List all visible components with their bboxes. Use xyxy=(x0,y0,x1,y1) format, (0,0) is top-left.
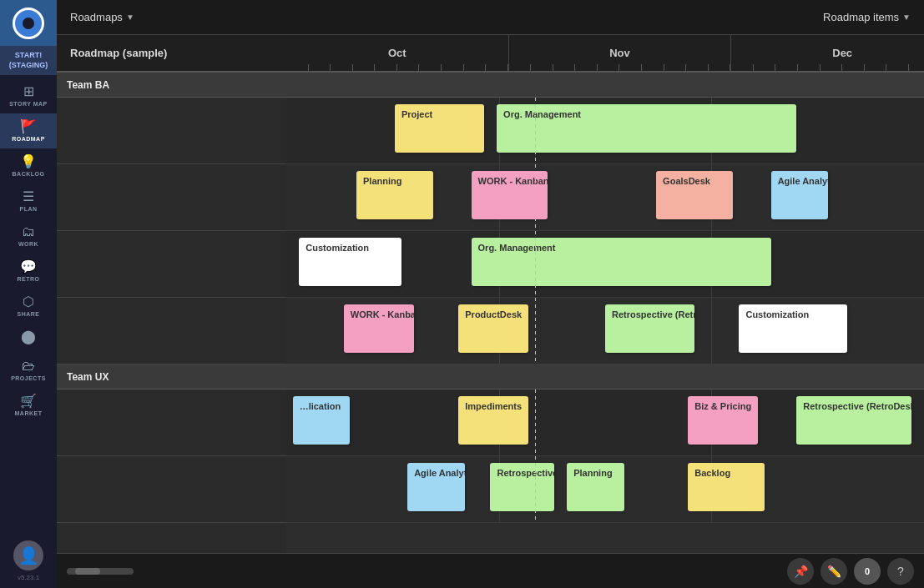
story-map-icon: ⊞ xyxy=(23,85,34,98)
roadmap-items-dropdown[interactable]: Roadmap items ▼ xyxy=(823,11,911,23)
main-content: Roadmaps ▼ Roadmap items ▼ Roadmap (samp… xyxy=(57,0,924,588)
team-section-team-ux: …licationImpedimentsBiz & PricingRetrosp… xyxy=(286,364,924,523)
month-col-nov: Nov xyxy=(509,35,732,71)
card-d1[interactable]: …lication xyxy=(293,396,351,445)
roadmaps-label: Roadmaps xyxy=(70,11,123,23)
month-col-oct: Oct xyxy=(286,35,509,71)
card-c11[interactable]: Retrospective (RetroDes… xyxy=(605,304,694,353)
card-c2[interactable]: Org. Management xyxy=(497,104,796,153)
card-c4[interactable]: WORK - Kanban xyxy=(472,171,548,219)
backlog-icon: 💡 xyxy=(20,155,37,168)
sidebar-nav: ⊞ STORY MAP🚩 ROADMAP💡 BACKLOG☰ PLAN🗂 WOR… xyxy=(0,75,57,540)
top-header: Roadmaps ▼ Roadmap items ▼ xyxy=(57,0,924,35)
card-c10[interactable]: ProductDesk xyxy=(458,304,528,353)
date-line xyxy=(535,298,536,364)
version-label: v5.23.1 xyxy=(18,574,39,581)
team-header-bar-team-ux xyxy=(286,364,924,389)
row-label-cell-team-ba-3 xyxy=(57,298,286,364)
card-d2[interactable]: Impediments xyxy=(458,396,528,445)
horizontal-scrollbar[interactable] xyxy=(67,568,134,575)
work-icon: 🗂 xyxy=(22,225,35,239)
toolbar-right: 📌 ✏️ 0 ? xyxy=(787,558,914,585)
team-label-team-ux: Team UX xyxy=(57,364,286,389)
card-d5[interactable]: Agile Analytics xyxy=(407,463,465,511)
gantt-row-team-ba-1: PlanningWORK - KanbanGoalsDeskAgile Anal… xyxy=(286,164,924,231)
timeline-area[interactable]: OctNovDec ProjectOrg. ManagementPlanning… xyxy=(286,35,924,553)
circle-icon: ⬤ xyxy=(21,330,36,344)
sidebar-item-story-map[interactable]: ⊞ STORY MAP xyxy=(0,78,57,113)
row-label-cell-team-ba-2 xyxy=(57,231,286,298)
scrollbar-thumb xyxy=(75,568,100,575)
projects-label: PROJECTS xyxy=(11,375,46,381)
card-d7[interactable]: Planning xyxy=(567,463,624,511)
date-line xyxy=(535,389,536,455)
date-line xyxy=(535,231,536,297)
date-line xyxy=(535,456,536,522)
share-icon: ⬡ xyxy=(23,295,34,309)
header-left: Roadmaps ▼ xyxy=(70,11,134,23)
edit-button[interactable]: ✏️ xyxy=(820,558,847,585)
work-label: WORK xyxy=(18,241,38,247)
backlog-label: BACKLOG xyxy=(13,171,45,177)
roadmap-items-label: Roadmap items xyxy=(823,11,899,23)
date-line xyxy=(535,164,536,230)
sidebar-item-work[interactable]: 🗂 WORK xyxy=(0,219,57,254)
sidebar: START! (STAGING) ⊞ STORY MAP🚩 ROADMAP💡 B… xyxy=(0,0,57,588)
roadmaps-arrow: ▼ xyxy=(126,13,134,22)
app-logo xyxy=(0,0,57,46)
market-label: MARKET xyxy=(15,410,43,416)
card-c3[interactable]: Planning xyxy=(356,171,433,219)
sidebar-item-roadmap[interactable]: 🚩 ROADMAP xyxy=(0,113,57,148)
card-d8[interactable]: Backlog xyxy=(688,463,765,511)
card-c9[interactable]: WORK - Kanban xyxy=(344,304,414,353)
roadmap-items-arrow: ▼ xyxy=(902,13,911,22)
roadmaps-dropdown[interactable]: Roadmaps ▼ xyxy=(70,11,134,23)
sidebar-item-plan[interactable]: ☰ PLAN xyxy=(0,183,57,219)
timeline-header: OctNovDec xyxy=(286,35,924,73)
plan-label: PLAN xyxy=(19,206,37,212)
market-icon: 🛒 xyxy=(20,395,37,408)
sidebar-item-retro[interactable]: 💬 RETRO xyxy=(0,254,57,289)
brand-name: START! (STAGING) xyxy=(0,46,57,75)
plan-icon: ☰ xyxy=(23,190,34,204)
user-avatar[interactable]: 👤 xyxy=(13,540,43,570)
row-label-cell-team-ba-1 xyxy=(57,164,286,231)
month-col-dec: Dec xyxy=(731,35,924,71)
card-d4[interactable]: Retrospective (RetroDesk… xyxy=(796,396,911,445)
row-label-cell-team-ba-0 xyxy=(57,98,286,164)
team-section-team-ba: ProjectOrg. ManagementPlanningWORK - Kan… xyxy=(286,73,924,364)
bottom-toolbar: 📌 ✏️ 0 ? xyxy=(57,553,924,588)
card-d6[interactable]: Retrospective (R… xyxy=(490,463,553,511)
sidebar-item-backlog[interactable]: 💡 BACKLOG xyxy=(0,148,57,183)
help-button[interactable]: ? xyxy=(887,558,914,585)
gantt-row-team-ux-1: Agile AnalyticsRetrospective (R…Planning… xyxy=(286,456,924,523)
label-column: Roadmap (sample) Team BATeam UX xyxy=(57,35,286,553)
roadmap-label: ROADMAP xyxy=(12,136,45,142)
card-c6[interactable]: Agile Analytics xyxy=(771,171,829,219)
projects-icon: 🗁 xyxy=(22,359,35,373)
row-label-cell-team-ux-1 xyxy=(57,456,286,523)
team-header-bar-team-ba xyxy=(286,73,924,98)
team-label-team-ba: Team BA xyxy=(57,73,286,98)
card-c7[interactable]: Customization xyxy=(299,238,401,286)
sidebar-item-circle[interactable]: ⬤ xyxy=(0,324,57,353)
share-label: SHARE xyxy=(17,311,39,317)
card-c1[interactable]: Project xyxy=(395,104,484,153)
badge-count: 0 xyxy=(865,566,870,576)
pin-button[interactable]: 📌 xyxy=(787,558,814,585)
card-c5[interactable]: GoalsDesk xyxy=(656,171,733,219)
retro-icon: 💬 xyxy=(20,260,37,274)
sidebar-item-market[interactable]: 🛒 MARKET xyxy=(0,388,57,423)
roadmap-icon: 🚩 xyxy=(20,120,37,133)
card-c12[interactable]: Customization xyxy=(739,304,847,353)
badge-button[interactable]: 0 xyxy=(854,558,881,585)
gantt-row-team-ba-3: WORK - KanbanProductDeskRetrospective (R… xyxy=(286,298,924,364)
roadmap-title: Roadmap (sample) xyxy=(57,35,286,73)
scrollbar-area xyxy=(67,568,134,575)
row-label-cell-team-ux-0 xyxy=(57,389,286,456)
card-d3[interactable]: Biz & Pricing xyxy=(688,396,758,445)
sidebar-item-share[interactable]: ⬡ SHARE xyxy=(0,289,57,324)
card-c8[interactable]: Org. Management xyxy=(472,238,771,286)
gantt-row-team-ba-2: CustomizationOrg. Management xyxy=(286,231,924,298)
sidebar-item-projects[interactable]: 🗁 PROJECTS xyxy=(0,353,57,388)
